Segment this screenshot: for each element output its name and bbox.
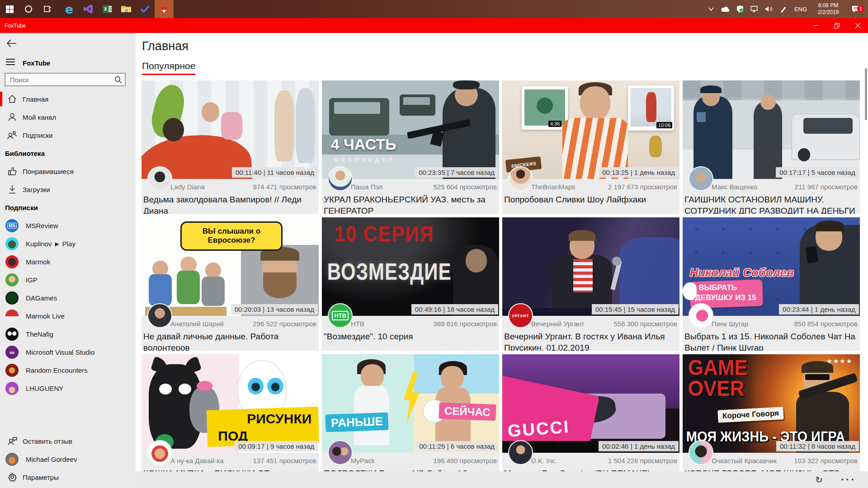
channel-name[interactable]: Пинк Шугар [712,320,748,328]
sidebar-channel-marmok[interactable]: Marmok [0,253,136,271]
video-title[interactable]: "Возмездие". 10 серия [324,331,497,342]
video-title[interactable]: Попробовал Сливки Шоу Лайфхаки [504,194,678,205]
sidebar-channel-msreview[interactable]: MS MSReview [0,216,136,235]
channel-avatar[interactable] [689,303,713,328]
video-card[interactable]: 00:11:40 | 11 часов назад Lady Diana 974… [142,80,319,214]
sidebar-channel-thenafig[interactable]: TheNafig [0,325,136,343]
video-thumbnail[interactable]: Николай Соболев ВЫБРАТЬ ДЕВУШКУ ИЗ 15 00… [683,217,860,316]
channel-avatar[interactable] [689,440,713,465]
video-card[interactable]: 4:36 10:06 SNICKERS 00:13:25 | 1 день на… [502,80,679,214]
start-button[interactable] [0,0,19,18]
video-thumbnail[interactable]: 4:36 10:06 SNICKERS 00:13:25 | 1 день на… [502,80,679,179]
sidebar-channel-random-encounters[interactable]: Random Encounters [0,361,136,379]
video-card[interactable]: РИСУНКИ ПОД 00:09:17 | 9 часов назад А н… [142,354,319,488]
video-thumbnail[interactable]: РИСУНКИ ПОД 00:09:17 | 9 часов назад [142,354,319,453]
sidebar-item-downloads[interactable]: Загрузки [0,180,136,198]
foxtube-taskbar-button[interactable] [155,0,174,18]
channel-avatar[interactable] [147,303,172,328]
language-indicator[interactable]: ENG [791,6,810,13]
action-center-button[interactable]: 1 [846,5,865,13]
video-title[interactable]: УКРАЛ БРАКОНЬЕРСКИЙ УАЗ. месть за ГЕНЕРА… [324,194,497,214]
show-hidden-icons-button[interactable] [704,7,718,11]
task-view-button[interactable] [38,0,57,18]
channel-name[interactable]: Очкастый Красавчик [712,457,777,465]
clock[interactable]: 6:08 PM 2/2/2019 [811,2,845,16]
video-thumbnail[interactable]: ВЫ слышали о Евросоюзе? 00:20:03 | 13 ча… [142,217,319,316]
channel-avatar[interactable] [147,166,172,191]
channel-avatar[interactable] [147,440,172,465]
channel-name[interactable]: А ну-ка Давай-ка [170,457,224,465]
video-thumbnail[interactable]: 4 ЧАСТЬ БЕСПРЕДЕЛ 00:23:35 | 7 часов наз… [322,80,499,179]
search-box[interactable] [5,73,126,86]
video-card[interactable]: 00:15:45 | 15 часов назад УРГАНТ Вечерни… [502,217,679,351]
video-thumbnail[interactable]: 00:17:17 | 5 часов назад [683,80,860,179]
back-button[interactable] [6,38,136,49]
sidebar-channel-lhugueny[interactable]: LHUGUENY [0,379,136,397]
sidebar-item-subscriptions[interactable]: Подписки [0,126,136,144]
sidebar-channel-dagames[interactable]: DAGames [0,289,136,307]
sidebar-item-liked[interactable]: Понравившиеся [0,162,136,180]
video-title[interactable]: Выбрать 1 из 15. Николай Соболев Чат На … [684,331,858,351]
video-thumbnail[interactable]: 00:15:45 | 15 часов назад [502,217,679,316]
channel-avatar[interactable] [689,166,713,191]
channel-name[interactable]: D.K. Inc. [531,457,557,465]
network-tray-icon[interactable] [748,5,761,13]
hamburger-menu-button[interactable] [6,58,15,67]
video-card[interactable]: 00:17:17 | 5 часов назад Макс Ващенко 21… [683,80,860,214]
visual-studio-taskbar-button[interactable] [79,0,98,18]
pen-tray-icon[interactable] [777,5,790,13]
video-card[interactable]: 4 ЧАСТЬ БЕСПРЕДЕЛ 00:23:35 | 7 часов наз… [322,80,499,214]
channel-avatar[interactable] [328,440,353,465]
sidebar-channel-kuplinov[interactable]: Kuplinov ► Play [0,235,136,253]
excel-taskbar-button[interactable]: X [98,0,117,18]
sidebar-channel-igp[interactable]: IGP [0,271,136,289]
video-thumbnail[interactable]: 10 СЕРИЯ ВОЗМЕЗДИЕ 00:49:16 | 18 часов н… [322,217,499,316]
sidebar-item-account[interactable]: Michael Gordeev [0,450,136,468]
video-card[interactable]: Николай Соболев ВЫБРАТЬ ДЕВУШКУ ИЗ 15 00… [683,217,860,351]
refresh-button[interactable]: ↻ [815,474,823,485]
video-card[interactable]: 10 СЕРИЯ ВОЗМЕЗДИЕ 00:49:16 | 18 часов н… [322,217,499,351]
close-button[interactable] [847,18,868,33]
video-title[interactable]: Ведьма заколдовала Вампиров! // Леди Диа… [143,194,317,214]
channel-avatar[interactable] [508,166,533,191]
channel-name[interactable]: TheBrianMaps [531,183,576,191]
video-thumbnail[interactable]: 00:11:40 | 11 часов назад [142,80,319,179]
channel-name[interactable]: Lady Diana [170,183,205,191]
sidebar-item-settings[interactable]: Параметры [0,468,136,486]
defender-tray-icon[interactable] [733,5,747,13]
file-explorer-taskbar-button[interactable] [117,0,136,18]
video-thumbnail[interactable]: GUCCI 00:02:46 | 1 день назад [502,354,679,453]
channel-name[interactable]: НТВ [351,320,364,328]
sidebar-channel-visual-studio[interactable]: ∞ Microsoft Visual Studio [0,343,136,361]
channel-name[interactable]: Паша Пэл [351,183,383,191]
sidebar-item-home[interactable]: Главная [0,90,136,108]
channel-avatar[interactable]: УРГАНТ [508,303,533,328]
channel-avatar[interactable] [328,166,353,191]
cortana-button[interactable] [19,0,38,18]
video-card[interactable]: GUCCI 00:02:46 | 1 день назад D.K. Inc. … [502,354,679,488]
video-title[interactable]: Вечерний Ургант. В гостях у Ивана Илья П… [504,331,678,351]
minimize-button[interactable] [806,18,826,33]
volume-tray-icon[interactable] [762,5,776,13]
restore-button[interactable] [826,18,847,33]
video-card[interactable]: ВЫ слышали о Евросоюзе? 00:20:03 | 13 ча… [142,217,319,351]
todo-taskbar-button[interactable] [136,0,155,18]
video-thumbnail[interactable]: РАНЬШЕ СЕЙЧАС 00:11:25 | 6 часов назад [322,354,499,453]
channel-name[interactable]: Вечерний Ургант [531,320,584,328]
sidebar-item-feedback[interactable]: Оставить отзыв [0,432,136,450]
channel-name[interactable]: Анатолий Шарий [170,320,224,328]
channel-avatar[interactable]: НТВ [328,303,353,328]
sidebar-item-my-channel[interactable]: Мой канал [0,108,136,126]
onedrive-tray-icon[interactable] [719,6,732,12]
edge-taskbar-button[interactable]: e [60,0,79,18]
window-titlebar[interactable]: FoxTube [0,18,868,33]
search-input[interactable] [9,75,114,84]
channel-name[interactable]: MyPack [351,457,375,465]
vertical-scrollbar[interactable] [865,68,867,120]
sidebar-channel-marmok-live[interactable]: Marmok Live [0,307,136,325]
video-card[interactable]: GAME OVER ★★★★ Короче Говоря МОЯ ЖИЗНЬ -… [683,354,860,488]
channel-name[interactable]: Макс Ващенко [712,183,758,191]
video-title[interactable]: Не давай личные данные. Работа волонтеро… [143,331,317,351]
video-card[interactable]: РАНЬШЕ СЕЙЧАС 00:11:25 | 6 часов назад M… [322,354,499,488]
channel-avatar[interactable] [508,440,533,465]
